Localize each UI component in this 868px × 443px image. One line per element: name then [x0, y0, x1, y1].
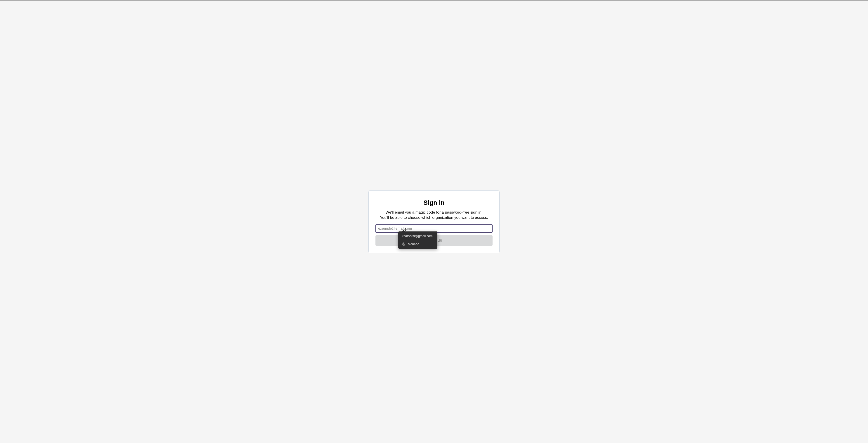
signin-title: Sign in	[375, 199, 493, 207]
signin-card: Sign in We'll email you a magic code for…	[368, 190, 500, 253]
autofill-dropdown: kharsh39@gmail.com Manage...	[398, 231, 437, 249]
description-line-2: You'll be able to choose which organizat…	[380, 215, 488, 220]
svg-point-1	[403, 244, 404, 245]
chrome-icon	[402, 242, 405, 246]
manage-label: Manage...	[408, 242, 422, 246]
autofill-suggestion[interactable]: kharsh39@gmail.com	[398, 232, 437, 240]
autofill-manage[interactable]: Manage...	[398, 240, 437, 248]
signin-description: We'll email you a magic code for a passw…	[375, 210, 493, 220]
description-line-1: We'll email you a magic code for a passw…	[385, 210, 483, 215]
